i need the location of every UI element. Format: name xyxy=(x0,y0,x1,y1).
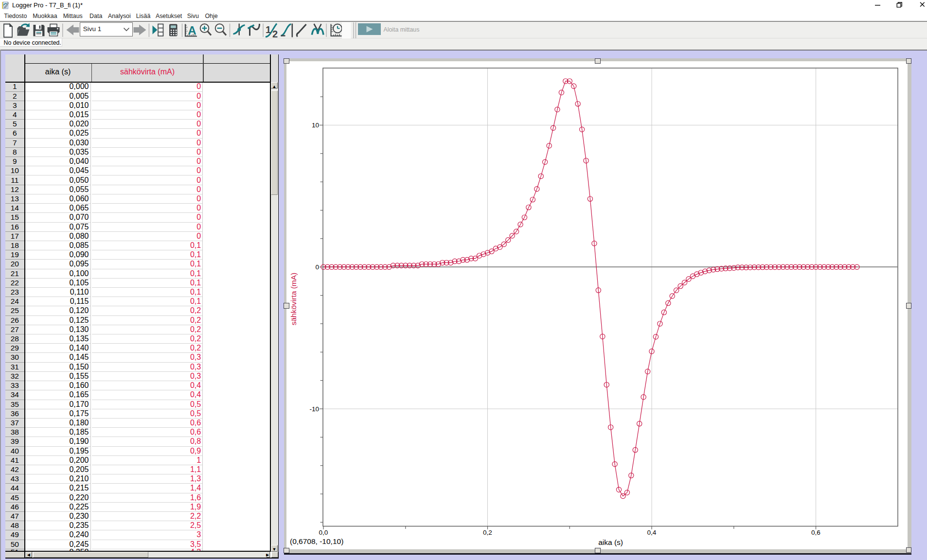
svg-text:2: 2 xyxy=(272,28,278,39)
svg-text:A: A xyxy=(188,24,196,37)
svg-text:1: 1 xyxy=(266,24,271,35)
